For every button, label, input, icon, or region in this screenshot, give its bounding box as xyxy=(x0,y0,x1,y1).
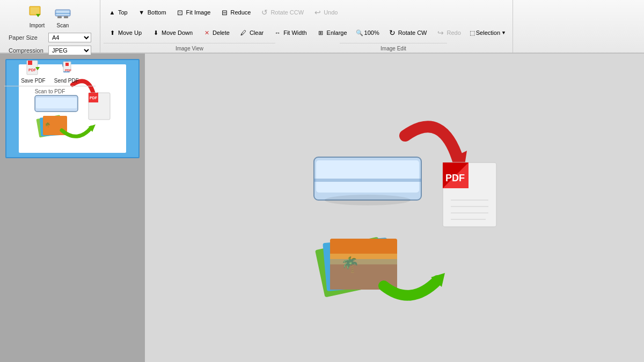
rotate-ccw-button[interactable]: ↺ Rotate CCW xyxy=(256,5,308,19)
scan-icon xyxy=(54,4,71,21)
save-pdf-label: Save PDF xyxy=(21,78,46,84)
send-pdf-button[interactable]: PDF Send PDF xyxy=(51,57,82,86)
compression-row: Compression JPEG PNG TIFF xyxy=(9,46,91,55)
zoom-100-button[interactable]: 🔍 100% xyxy=(353,26,383,40)
clear-label: Clear xyxy=(250,29,264,36)
paper-size-select[interactable]: A4 A3 Letter Legal xyxy=(48,33,91,42)
app-container: Import Scan xyxy=(0,0,644,362)
reduce-iv-label: Reduce xyxy=(230,9,251,16)
redo-label: Redo xyxy=(447,29,460,36)
rotate-cw-button[interactable]: ↻ Rotate CW xyxy=(384,26,431,40)
rotate-cw-icon: ↻ xyxy=(388,28,397,37)
top-button[interactable]: ▲ Top xyxy=(104,5,132,19)
svg-rect-13 xyxy=(36,67,39,69)
svg-text:PDF: PDF xyxy=(65,69,71,72)
svg-text:PDF: PDF xyxy=(28,68,36,72)
move-up-icon: ⬆ xyxy=(108,28,116,37)
scan-form: Paper Size A4 A3 Letter Legal Compressio… xyxy=(4,31,96,57)
paper-size-row: Paper Size A4 A3 Letter Legal xyxy=(9,33,91,42)
import-button[interactable]: Import xyxy=(25,2,49,31)
bottom-label: Bottom xyxy=(148,9,166,16)
rotate-cw-label: Rotate CW xyxy=(398,29,427,36)
bottom-icon: ▼ xyxy=(137,8,146,17)
move-down-icon: ⬇ xyxy=(151,28,160,37)
move-down-label: Move Down xyxy=(162,29,193,36)
selection-button[interactable]: ⬚ Selection ▼ xyxy=(466,26,509,40)
move-up-button[interactable]: ⬆ Move Up xyxy=(104,26,146,40)
main-area: PDF 🌴 xyxy=(0,54,644,362)
send-pdf-label: Send PDF xyxy=(54,78,79,84)
fit-image-icon: ⊡ xyxy=(176,8,185,17)
scan-to-pdf-section: Import Scan xyxy=(0,0,100,53)
scan-to-pdf-label: Scan to PDF xyxy=(4,86,96,94)
clear-button[interactable]: 🖊 Clear xyxy=(235,26,268,40)
bottom-button[interactable]: ▼ Bottom xyxy=(133,5,171,19)
svg-rect-10 xyxy=(28,61,32,65)
top-label: Top xyxy=(118,9,128,16)
svg-text:PDF: PDF xyxy=(90,96,98,100)
image-edit-label: Image Edit xyxy=(340,43,447,51)
svg-rect-32 xyxy=(316,160,419,193)
delete-button[interactable]: ✕ Delete xyxy=(198,26,234,40)
reduce-iv-icon: ⊟ xyxy=(220,8,229,17)
fit-width-icon: ↔ xyxy=(273,28,282,37)
move-down-button[interactable]: ⬇ Move Down xyxy=(147,26,197,40)
compression-label: Compression xyxy=(9,47,46,54)
zoom-label: 100% xyxy=(364,29,379,36)
undo-button[interactable]: ↩ Undo xyxy=(309,5,342,19)
image-view-label: Image View xyxy=(104,43,275,51)
svg-text:🌴: 🌴 xyxy=(45,122,51,128)
svg-rect-33 xyxy=(314,179,421,182)
redo-button[interactable]: ↪ Redo xyxy=(432,26,465,40)
svg-rect-18 xyxy=(65,63,69,66)
content-area: PDF 🌴 xyxy=(145,54,644,362)
svg-rect-8 xyxy=(64,16,68,18)
import-label: Import xyxy=(30,23,45,28)
svg-rect-21 xyxy=(36,98,77,108)
scan-button[interactable]: Scan xyxy=(51,2,75,31)
delete-label: Delete xyxy=(213,29,230,36)
svg-rect-6 xyxy=(55,13,70,14)
iv-top-row: ▲ Top ▼ Bottom ⊡ Fit Image ⊟ Reduce ↺ xyxy=(104,2,509,23)
sidebar: PDF 🌴 xyxy=(0,54,145,362)
selection-dropdown-icon: ▼ xyxy=(501,30,506,35)
send-pdf-icon: PDF xyxy=(58,60,75,77)
selection-label: Selection xyxy=(476,29,500,36)
fit-image-label: Fit Image xyxy=(186,9,211,16)
reduce-iv-button[interactable]: ⊟ Reduce xyxy=(216,5,255,19)
selection-icon: ⬚ xyxy=(470,29,475,36)
svg-text:PDF: PDF xyxy=(445,173,465,183)
compression-select[interactable]: JPEG PNG TIFF xyxy=(48,46,91,55)
delete-icon: ✕ xyxy=(202,28,211,37)
image-view-section: ▲ Top ▼ Bottom ⊡ Fit Image ⊟ Reduce ↺ xyxy=(100,0,513,53)
svg-rect-3 xyxy=(37,14,39,16)
import-icon xyxy=(28,4,46,21)
move-up-label: Move Up xyxy=(118,29,142,36)
enlarge-label: Enlarge xyxy=(327,29,347,36)
undo-label: Undo xyxy=(324,9,338,16)
save-pdf-icon: PDF xyxy=(25,60,42,77)
clear-icon: 🖊 xyxy=(239,28,248,37)
top-icon: ▲ xyxy=(108,8,116,17)
fit-image-button[interactable]: ⊡ Fit Image xyxy=(172,5,215,19)
pdf-buttons-row: PDF Save PDF xyxy=(18,57,82,86)
paper-size-label: Paper Size xyxy=(9,34,46,41)
rotate-ccw-icon: ↺ xyxy=(260,8,269,17)
svg-rect-1 xyxy=(31,8,39,14)
enlarge-icon: ⊞ xyxy=(317,28,325,37)
rotate-ccw-label: Rotate CCW xyxy=(270,9,304,16)
fit-width-label: Fit Width xyxy=(283,29,306,36)
iv-bottom-row: ⬆ Move Up ⬇ Move Down ✕ Delete 🖊 Clear ↔ xyxy=(104,23,509,43)
redo-icon: ↪ xyxy=(436,28,445,37)
toolbar: Import Scan xyxy=(0,0,644,54)
scan-buttons-row: Import Scan xyxy=(25,2,75,31)
main-preview-svg: PDF 🌴 xyxy=(282,93,507,323)
enlarge-button[interactable]: ⊞ Enlarge xyxy=(312,26,352,40)
fit-width-button[interactable]: ↔ Fit Width xyxy=(269,26,311,40)
svg-rect-7 xyxy=(57,16,62,18)
undo-icon: ↩ xyxy=(313,8,322,17)
zoom-icon: 🔍 xyxy=(356,29,363,36)
scan-label: Scan xyxy=(57,23,69,28)
svg-point-34 xyxy=(325,195,411,205)
save-pdf-button[interactable]: PDF Save PDF xyxy=(18,57,49,86)
